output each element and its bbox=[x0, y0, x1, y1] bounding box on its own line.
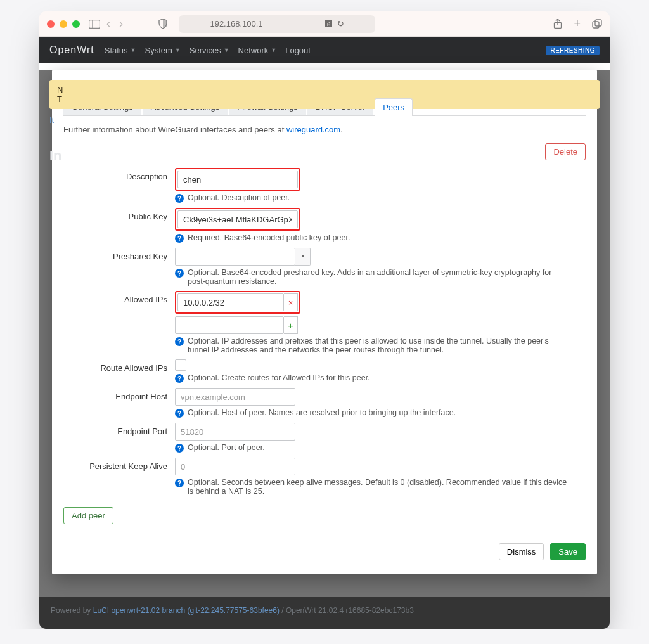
help-icon[interactable]: ? bbox=[175, 444, 184, 453]
help-icon[interactable]: ? bbox=[175, 374, 184, 383]
label-allowed-ips: Allowed IPs bbox=[63, 291, 175, 354]
help-icon[interactable]: ? bbox=[175, 234, 184, 243]
row-endpoint-port: Endpoint Port ?Optional. Port of peer. bbox=[63, 418, 586, 453]
help-description: Optional. Description of peer. bbox=[188, 193, 290, 202]
help-keepalive: Optional. Seconds between keep alive mes… bbox=[188, 478, 568, 496]
row-public-key: Public Key ?Required. Base64-encoded pub… bbox=[63, 203, 586, 243]
label-description: Description bbox=[63, 168, 175, 203]
url-text: 192.168.100.1 bbox=[210, 19, 262, 29]
help-preshared-key: Optional. Base64-encoded preshared key. … bbox=[188, 268, 568, 286]
highlight-allowed-ips: × bbox=[175, 291, 300, 314]
traffic-lights bbox=[47, 20, 80, 28]
nav-system[interactable]: System▼ bbox=[145, 46, 181, 55]
remove-ip-icon[interactable]: × bbox=[284, 293, 298, 311]
tab-dhcp-server[interactable]: DHCP Server bbox=[307, 98, 374, 115]
help-icon[interactable]: ? bbox=[175, 194, 184, 203]
endpoint-host-input[interactable] bbox=[175, 388, 295, 406]
page-content: OpenWrt Status▼ System▼ Services▼ Networ… bbox=[39, 37, 610, 629]
label-endpoint-port: Endpoint Port bbox=[63, 423, 175, 453]
label-route-allowed: Route Allowed IPs bbox=[63, 359, 175, 383]
nav-network[interactable]: Network▼ bbox=[238, 46, 277, 55]
delete-button[interactable]: Delete bbox=[545, 143, 586, 160]
tab-firewall-settings[interactable]: Firewall Settings bbox=[229, 98, 305, 115]
tabs: General Settings Advanced Settings Firew… bbox=[63, 98, 586, 116]
sidebar-toggle-icon[interactable] bbox=[89, 20, 100, 29]
row-preshared-key: Preshared Key • ?Optional. Base64-encode… bbox=[63, 243, 586, 286]
highlight-description bbox=[175, 168, 300, 191]
keepalive-input[interactable] bbox=[175, 458, 295, 475]
allowed-ip-input[interactable] bbox=[177, 293, 284, 311]
toolbar-right: + bbox=[553, 19, 602, 29]
public-key-input[interactable] bbox=[177, 210, 298, 228]
back-icon[interactable]: ‹ bbox=[106, 17, 110, 30]
page-footer: Powered by LuCI openwrt-21.02 branch (gi… bbox=[39, 597, 610, 629]
help-icon[interactable]: ? bbox=[175, 337, 184, 346]
modal-footer: Dismiss Save bbox=[63, 524, 586, 560]
preshared-key-input[interactable] bbox=[175, 248, 295, 266]
row-keepalive: Persistent Keep Alive ?Optional. Seconds… bbox=[63, 453, 586, 496]
translate-icon[interactable]: 🅰 bbox=[325, 20, 332, 28]
modal: Interfaces » WG0 General Settings Advanc… bbox=[52, 70, 597, 574]
titlebar: ‹ › 192.168.100.1 🅰 ↻ + bbox=[39, 11, 610, 37]
tabs-icon[interactable] bbox=[592, 19, 602, 29]
help-endpoint-host: Optional. Host of peer. Names are resolv… bbox=[188, 408, 456, 417]
add-ip-icon[interactable]: + bbox=[284, 316, 298, 334]
svg-rect-3 bbox=[593, 22, 599, 28]
nav-status[interactable]: Status▼ bbox=[105, 46, 136, 55]
browser-window: ‹ › 192.168.100.1 🅰 ↻ + OpenWrt Stat bbox=[39, 11, 610, 629]
nav-arrows: ‹ › bbox=[106, 17, 123, 30]
reload-icon[interactable]: ↻ bbox=[337, 19, 344, 29]
allowed-ip-new-input[interactable] bbox=[175, 316, 284, 334]
tab-peers[interactable]: Peers bbox=[375, 98, 413, 116]
add-peer-button[interactable]: Add peer bbox=[63, 507, 113, 524]
help-allowed-ips: Optional. IP addresses and prefixes that… bbox=[188, 337, 568, 354]
label-keepalive: Persistent Keep Alive bbox=[63, 458, 175, 496]
row-allowed-ips: Allowed IPs × + bbox=[63, 286, 586, 354]
dismiss-button[interactable]: Dismiss bbox=[499, 543, 544, 560]
endpoint-port-input[interactable] bbox=[175, 423, 295, 441]
help-icon[interactable]: ? bbox=[175, 409, 184, 418]
help-endpoint-port: Optional. Port of peer. bbox=[188, 443, 265, 452]
svg-rect-0 bbox=[89, 20, 100, 28]
svg-rect-4 bbox=[595, 20, 601, 26]
row-endpoint-host: Endpoint Host ?Optional. Host of peer. N… bbox=[63, 383, 586, 418]
refreshing-badge: REFRESHING bbox=[546, 46, 600, 55]
tab-advanced-settings[interactable]: Advanced Settings bbox=[143, 98, 228, 115]
route-allowed-checkbox[interactable] bbox=[175, 359, 186, 371]
row-route-allowed: Route Allowed IPs ?Optional. Create rout… bbox=[63, 354, 586, 383]
tab-general-settings[interactable]: General Settings bbox=[63, 98, 141, 115]
luci-link[interactable]: LuCI openwrt-21.02 branch (git-22.245.77… bbox=[93, 606, 280, 615]
help-route-allowed: Optional. Create routes for Allowed IPs … bbox=[188, 373, 370, 382]
url-bar[interactable]: 192.168.100.1 🅰 ↻ bbox=[179, 15, 375, 33]
label-endpoint-host: Endpoint Host bbox=[63, 388, 175, 418]
wireguard-link[interactable]: wireguard.com bbox=[286, 125, 340, 134]
save-button[interactable]: Save bbox=[550, 543, 586, 560]
close-window-icon[interactable] bbox=[47, 20, 55, 28]
navbar: OpenWrt Status▼ System▼ Services▼ Networ… bbox=[39, 37, 610, 63]
description-input[interactable] bbox=[177, 171, 298, 188]
label-preshared-key: Preshared Key bbox=[63, 248, 175, 286]
minimize-window-icon[interactable] bbox=[60, 20, 67, 28]
forward-icon[interactable]: › bbox=[119, 17, 123, 30]
nav-services[interactable]: Services▼ bbox=[190, 46, 229, 55]
zoom-window-icon[interactable] bbox=[72, 20, 80, 28]
share-icon[interactable] bbox=[553, 19, 562, 29]
nav-logout[interactable]: Logout bbox=[285, 46, 311, 55]
footer-prefix: Powered by bbox=[51, 606, 93, 615]
label-public-key: Public Key bbox=[63, 208, 175, 243]
new-tab-icon[interactable]: + bbox=[574, 19, 581, 29]
brand[interactable]: OpenWrt bbox=[49, 44, 94, 56]
modal-title: Interfaces » WG0 bbox=[63, 80, 586, 93]
footer-owrt: / OpenWrt 21.02.4 r16685-82ebc173b3 bbox=[280, 606, 414, 615]
help-icon[interactable]: ? bbox=[175, 269, 184, 278]
highlight-public-key bbox=[175, 208, 300, 231]
row-description: Description ?Optional. Description of pe… bbox=[63, 163, 586, 203]
help-icon[interactable]: ? bbox=[175, 479, 184, 487]
reveal-preshared-icon[interactable]: • bbox=[295, 248, 311, 266]
privacy-shield-icon[interactable] bbox=[158, 19, 167, 29]
modal-overlay: NT It In Interfaces » WG0 General Settin… bbox=[39, 70, 610, 629]
help-public-key: Required. Base64-encoded public key of p… bbox=[188, 233, 350, 242]
info-text: Further information about WireGuard inte… bbox=[63, 125, 586, 134]
